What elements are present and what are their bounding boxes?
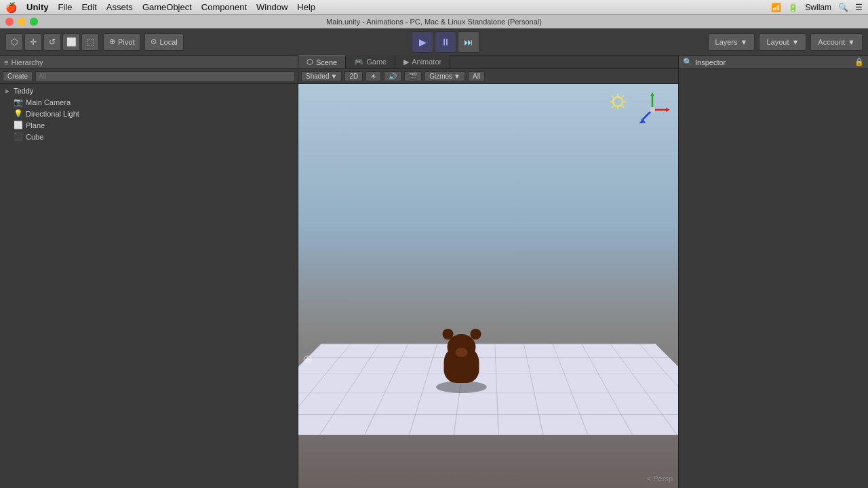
- lock-icon[interactable]: 🔒: [854, 58, 864, 66]
- assets-menu[interactable]: Assets: [106, 2, 133, 12]
- hierarchy-item-plane[interactable]: ⬜ Plane: [0, 119, 298, 131]
- grid-plane-container: [298, 291, 678, 454]
- window-controls: [5, 18, 38, 26]
- transform-tools: ⬡ ✛ ↺ ⬜ ⬚: [5, 33, 99, 51]
- play-button[interactable]: ▶: [412, 31, 433, 53]
- user-name: Swilam: [805, 3, 831, 12]
- pivot-icon: ⊕: [109, 37, 115, 46]
- hierarchy-label: Plane: [26, 121, 45, 129]
- component-menu[interactable]: Component: [201, 2, 247, 12]
- hierarchy-search-input[interactable]: [35, 71, 295, 82]
- svg-point-7: [613, 97, 623, 106]
- move-gizmo-icon: ⊕: [302, 352, 313, 367]
- step-button[interactable]: ⏭: [458, 31, 479, 53]
- plane-icon: ⬜: [14, 121, 23, 129]
- hierarchy-label: Directional Light: [26, 110, 79, 118]
- svg-point-6: [650, 107, 655, 113]
- viewport-inspector-row: ⬡ Scene 🎮 Game ▶ Animator Shaded: [298, 56, 868, 488]
- inspector-header: 🔍 Inspector 🔒: [679, 56, 868, 69]
- search-scene-button[interactable]: All: [468, 71, 485, 81]
- 2d-button[interactable]: 2D: [344, 71, 363, 81]
- window-menu[interactable]: Window: [256, 2, 288, 12]
- game-icon: 🎮: [354, 58, 363, 66]
- animator-icon: ▶: [403, 58, 409, 66]
- hierarchy-panel: ≡ Hierarchy Create ▶ Teddy 📷 Main Camera…: [0, 56, 298, 488]
- tab-game[interactable]: 🎮 Game: [346, 55, 395, 68]
- right-toolbar: Layers ▼ Layout ▼ Account ▼: [708, 33, 863, 51]
- hand-tool[interactable]: ⬡: [5, 33, 23, 51]
- move-tool[interactable]: ✛: [24, 33, 42, 51]
- file-menu[interactable]: File: [58, 2, 73, 12]
- menu-bar-right: 📶 🔋 Swilam 🔍 ☰: [771, 3, 863, 12]
- layout-dropdown[interactable]: Layout ▼: [759, 33, 806, 51]
- viewport-tabs: ⬡ Scene 🎮 Game ▶ Animator: [298, 56, 678, 69]
- help-menu[interactable]: Help: [297, 2, 315, 12]
- gizmos-button[interactable]: Gizmos ▼: [425, 71, 465, 81]
- rect-tool[interactable]: ⬚: [81, 33, 99, 51]
- svg-marker-1: [650, 92, 654, 96]
- center-right-area: ⬡ Scene 🎮 Game ▶ Animator Shaded: [298, 56, 868, 488]
- bear-body-group: [439, 329, 484, 383]
- mac-menu-bar: 🍎 Unity File Edit Assets GameObject Comp…: [0, 0, 868, 15]
- camera-icon: 📷: [14, 98, 23, 106]
- close-button[interactable]: [5, 18, 14, 26]
- unity-toolbar: ⬡ ✛ ↺ ⬜ ⬚ ⊕ Pivot ⊙ Local ▶ ⏸ ⏭ Layers ▼…: [0, 28, 868, 56]
- bear-snout: [456, 348, 468, 357]
- expand-icon: ▶: [5, 88, 9, 94]
- inspector-content: [679, 69, 868, 488]
- search-icon[interactable]: 🔍: [838, 3, 848, 12]
- local-button[interactable]: ⊙ Local: [144, 33, 183, 51]
- hierarchy-content: ▶ Teddy 📷 Main Camera 💡 Directional Ligh…: [0, 84, 298, 488]
- svg-line-14: [622, 96, 624, 98]
- hierarchy-title: Hierarchy: [11, 58, 43, 66]
- chevron-down-icon-4: ▼: [330, 73, 337, 80]
- hierarchy-item-teddy[interactable]: ▶ Teddy: [0, 85, 298, 96]
- audio-button[interactable]: 🔊: [384, 71, 401, 81]
- account-dropdown[interactable]: Account ▼: [810, 33, 863, 51]
- tab-scene[interactable]: ⬡ Scene: [298, 55, 346, 68]
- viewport-area: ⬡ Scene 🎮 Game ▶ Animator Shaded: [298, 56, 678, 488]
- pause-button[interactable]: ⏸: [435, 31, 456, 53]
- cube-icon: ⬛: [14, 132, 23, 141]
- hierarchy-label: Cube: [26, 133, 43, 141]
- unity-menu[interactable]: Unity: [26, 2, 49, 12]
- teddy-bear: [439, 329, 484, 383]
- hierarchy-item-maincamera[interactable]: 📷 Main Camera: [0, 96, 298, 108]
- hierarchy-label: Main Camera: [26, 98, 71, 106]
- svg-line-15: [612, 106, 614, 108]
- layers-dropdown[interactable]: Layers ▼: [708, 33, 755, 51]
- inspector-icon: 🔍: [683, 58, 692, 66]
- hierarchy-item-cube[interactable]: ⬛ Cube: [0, 131, 298, 142]
- viewport-subtoolbar: Shaded ▼ 2D ☀ 🔊 🎬 Gizmos ▼ All: [298, 69, 678, 84]
- scene-icon: ⬡: [307, 58, 313, 66]
- scene-viewport[interactable]: < Persp: [298, 84, 678, 488]
- rotate-tool[interactable]: ↺: [43, 33, 61, 51]
- grid-plane: [298, 344, 678, 435]
- main-layout: ≡ Hierarchy Create ▶ Teddy 📷 Main Camera…: [0, 56, 868, 488]
- chevron-down-icon-5: ▼: [454, 73, 460, 80]
- light-icon: 💡: [14, 109, 23, 118]
- pivot-button[interactable]: ⊕ Pivot: [103, 33, 140, 51]
- hierarchy-header: ≡ Hierarchy: [0, 56, 298, 69]
- edit-menu[interactable]: Edit: [81, 2, 96, 12]
- play-controls: ▶ ⏸ ⏭: [412, 31, 479, 53]
- lighting-button[interactable]: ☀: [366, 71, 381, 81]
- apple-menu[interactable]: 🍎: [5, 2, 17, 13]
- svg-marker-3: [666, 108, 670, 112]
- hierarchy-create-button[interactable]: Create: [3, 71, 33, 81]
- tab-animator[interactable]: ▶ Animator: [395, 55, 450, 68]
- hierarchy-toolbar: Create: [0, 69, 298, 84]
- minimize-button[interactable]: [18, 18, 26, 26]
- chevron-down-icon-3: ▼: [848, 38, 855, 46]
- window-title: Main.unity - Animations - PC, Mac & Linu…: [326, 18, 542, 26]
- sun-icon: [608, 92, 627, 113]
- menu-icon[interactable]: ☰: [855, 3, 863, 12]
- effects-button[interactable]: 🎬: [404, 71, 422, 81]
- shading-button[interactable]: Shaded ▼: [301, 71, 342, 81]
- scale-tool[interactable]: ⬜: [62, 33, 80, 51]
- hierarchy-label: Teddy: [14, 87, 33, 95]
- hierarchy-item-directionallight[interactable]: 💡 Directional Light: [0, 108, 298, 119]
- local-icon: ⊙: [151, 37, 157, 46]
- maximize-button[interactable]: [30, 18, 38, 26]
- gameobject-menu[interactable]: GameObject: [142, 2, 192, 12]
